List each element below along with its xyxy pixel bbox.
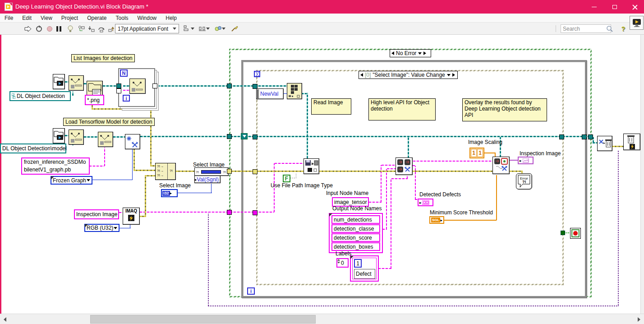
dispose-image-node[interactable] [623,134,640,150]
close-button[interactable] [625,0,644,14]
shift-register[interactable] [241,133,248,139]
output-name-1[interactable]: detection_classe [331,224,380,233]
load-model-node[interactable] [125,134,140,149]
scale-y[interactable]: 1 [477,149,483,157]
step-into-button[interactable] [87,24,96,33]
distribute-objects-button[interactable] [198,24,210,33]
current-vi-path-node-2[interactable] [53,128,65,143]
menu-edit[interactable]: Edit [18,14,36,22]
abort-button[interactable] [45,24,54,33]
retain-wire-values-button[interactable] [77,24,86,33]
case-selector[interactable]: No Error [390,49,431,57]
minimize-button[interactable] [584,0,604,14]
read-image-file-node[interactable] [304,158,319,174]
iteration-terminal[interactable]: i [247,287,255,295]
step-over-button[interactable] [97,24,106,33]
menu-project[interactable]: Project [57,14,83,22]
menu-help[interactable]: Help [161,14,181,22]
window-title: Deep Learning Object Detection.vi Block … [15,3,148,10]
output-name-3[interactable]: detection_boxes [331,242,380,251]
menu-tools[interactable]: Tools [111,14,133,22]
output-name-2[interactable]: detection_score [331,233,380,242]
vi-icon-button[interactable] [630,16,644,30]
current-vi-path-node[interactable] [53,74,65,89]
event-selector[interactable]: [0] "Select Image": Value Change [359,71,458,79]
scroll-left-icon [4,317,6,322]
pause-button[interactable] [54,24,63,33]
menu-window[interactable]: Window [133,14,161,22]
image-scaling-cluster[interactable]: 1 1 [469,148,484,158]
enum-dropdown-icon[interactable] [87,179,90,181]
search-input[interactable]: Search [561,24,611,33]
file-pattern-constant[interactable]: *.png [85,95,104,105]
index-array-node[interactable] [287,83,302,99]
next-event-icon[interactable] [452,73,455,77]
run-button[interactable] [23,24,32,33]
case-dropdown-icon[interactable] [418,52,422,55]
overlay-results-node[interactable] [492,157,510,174]
select-image-property-node[interactable]: ?! ?! [194,167,229,176]
enum-dropdown-icon[interactable] [114,227,117,229]
detected-defects-indicator[interactable]: ▸ [418,199,433,206]
output-name-0[interactable]: num_detections [331,215,380,224]
wire-input-node-name [369,202,382,203]
build-path-node-2[interactable] [69,130,84,145]
vertical-scrollbar[interactable] [640,35,644,314]
bool-constant[interactable] [561,231,565,235]
labels-array-element[interactable]: 1 Defect [350,255,379,282]
menu-file[interactable]: File [0,14,18,22]
event-dropdown-icon[interactable] [447,74,451,76]
scroll-right-icon [638,317,640,322]
scrollbar-thumb[interactable] [90,315,316,324]
menu-view[interactable]: View [36,14,57,22]
dispose-model-node[interactable] [597,136,612,151]
resize-objects-button[interactable] [214,24,226,33]
simple-error-handler-node[interactable]: Error ?! [516,173,532,190]
maximize-button[interactable] [604,0,625,14]
count-terminal[interactable]: N [120,69,128,77]
imaq-create-node[interactable]: IMAQ [123,208,140,225]
index-stepper[interactable] [337,259,340,266]
vi-name-constant[interactable]: DL Object Detection [9,91,71,101]
chevron-down-icon [222,28,225,30]
minimum-score-threshold-control[interactable]: SGL ▸ [429,216,444,224]
inspection-image-name-constant[interactable]: Inspection Image [74,209,119,219]
event-data-node[interactable]: NewVal [256,88,284,99]
build-path-node[interactable] [69,75,84,91]
previous-event-icon[interactable] [360,73,363,77]
inspection-image-indicator[interactable]: ▸ [518,157,534,164]
loop-condition-terminal[interactable] [570,228,581,239]
scroll-right-button[interactable] [635,315,643,323]
scroll-left-button[interactable] [1,315,9,323]
rgb-u32-enum[interactable]: RGB (U32) [84,224,120,232]
model-folder-constant[interactable]: DL Object Detection\model [0,143,66,153]
select-image-control[interactable]: I32 ▸ [161,189,178,197]
label-class-number[interactable]: 1 [354,259,362,268]
build-path-node-3[interactable] [98,132,113,147]
step-out-button[interactable] [107,24,116,33]
label-class-text[interactable]: Defect [354,269,375,279]
menu-operate[interactable]: Operate [83,14,111,22]
strip-path-node[interactable] [129,79,146,94]
align-objects-button[interactable] [183,24,195,33]
previous-case-icon[interactable] [391,51,394,55]
highlight-execution-button[interactable] [66,24,75,33]
event-timeout-terminal[interactable] [254,71,260,77]
search-button[interactable] [605,24,614,33]
frozen-graph-enum[interactable]: Frozen Graph [51,176,92,185]
model-file-constant[interactable]: frozen_inference_SSDMobilenetV1_graph.pb [21,157,90,175]
for-iteration-terminal[interactable]: i [123,95,130,102]
cleanup-diagram-button[interactable] [230,24,239,33]
output-names-array[interactable]: num_detections detection_classe detectio… [329,213,383,253]
scale-x[interactable]: 1 [471,149,477,157]
context-help-button[interactable]: ? [619,24,628,33]
font-selector[interactable]: 17pt Application Font [115,24,179,33]
merge-errors-node[interactable]: ?!→ ?!→ ?!→ ?! [155,163,176,180]
val-signal-property[interactable]: ▸ Val(Sgnl) [194,176,221,183]
horizontal-scrollbar[interactable] [0,314,644,324]
run-continuous-button[interactable] [34,24,43,33]
run-graph-node[interactable] [396,157,413,175]
next-case-icon[interactable] [423,51,426,55]
false-constant[interactable]: F [283,175,290,182]
wire-filename [104,148,105,166]
